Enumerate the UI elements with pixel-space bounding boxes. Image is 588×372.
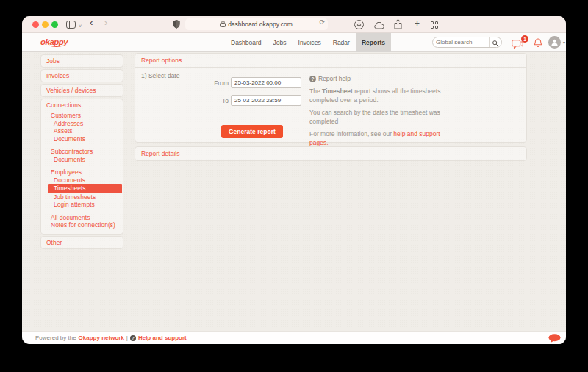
report-options-body: 1) Select date From To Generate report ?: [135, 67, 526, 142]
footer-powered-text: Powered by the: [35, 335, 76, 341]
sidebar-item-vehicles-devices[interactable]: Vehicles / devices: [40, 84, 123, 97]
help-p1-bold: Timesheet: [322, 87, 353, 95]
help-paragraph-2: You can search by the dates the timeshee…: [309, 109, 443, 126]
minimize-window-button[interactable]: [42, 21, 49, 28]
sidebar: Jobs Invoices Vehicles / devices Connect…: [40, 54, 123, 251]
tab-invoices[interactable]: Invoices: [293, 33, 327, 52]
messages-icon[interactable]: 1: [512, 38, 523, 51]
global-search: [432, 37, 502, 48]
help-p1-pre: The: [309, 87, 322, 95]
from-date-input[interactable]: [231, 77, 301, 88]
help-circle-icon: ?: [130, 335, 136, 341]
sidebar-item-addresses[interactable]: Addresses: [46, 120, 123, 128]
sidebar-toggle-icon[interactable]: [66, 21, 76, 32]
sidebar-item-other[interactable]: Other: [40, 236, 123, 249]
sidebar-item-assets[interactable]: Assets: [46, 127, 123, 135]
report-options-title: Report options: [135, 54, 526, 67]
app-footer: Powered by the Okappy network | ? Help a…: [22, 331, 566, 344]
sidebar-item-invoices[interactable]: Invoices: [40, 69, 123, 82]
main-nav: Dashboard Jobs Invoices Radar Reports: [225, 33, 391, 52]
sidebar-item-customers-documents[interactable]: Documents: [46, 135, 123, 143]
tab-reports[interactable]: Reports: [356, 33, 391, 52]
chevron-down-icon[interactable]: ˅: [79, 21, 82, 32]
tab-overview-icon[interactable]: [431, 21, 438, 29]
help-and-support-link[interactable]: Help and support: [138, 335, 187, 341]
report-help-title: ? Report help: [309, 75, 443, 82]
person-icon: [551, 36, 559, 49]
app-header: okappy Dashboard Jobs Invoices Radar Rep…: [22, 33, 566, 52]
report-main: Report options 1) Select date From To Ge…: [135, 53, 527, 161]
generate-report-button[interactable]: Generate report: [221, 125, 283, 138]
address-bar[interactable]: dashboard.okappy.com ⟳: [185, 18, 328, 30]
back-icon[interactable]: ‹: [90, 17, 93, 28]
tab-radar[interactable]: Radar: [327, 33, 356, 52]
sidebar-item-employees-documents[interactable]: Documents: [46, 176, 123, 185]
share-icon[interactable]: [394, 19, 402, 32]
sidebar-item-login-attempts[interactable]: Login attempts: [46, 201, 123, 209]
search-input[interactable]: [433, 39, 489, 46]
sidebar-item-customers[interactable]: Customers: [46, 112, 123, 120]
messages-badge: 1: [521, 35, 528, 43]
search-icon: [492, 36, 498, 49]
sidebar-item-timesheets[interactable]: Timesheets: [48, 184, 122, 193]
browser-toolbar: ˅ ‹ › dashboard.okappy.com ⟳ +: [22, 16, 566, 33]
user-avatar[interactable]: [548, 36, 561, 49]
help-paragraph-1: The Timesheet report shows all the times…: [309, 87, 443, 104]
sidebar-item-employees[interactable]: Employees: [46, 168, 123, 176]
tab-jobs[interactable]: Jobs: [268, 33, 293, 52]
new-tab-icon[interactable]: +: [415, 18, 420, 29]
question-circle-icon: ?: [309, 76, 316, 82]
okappy-logo[interactable]: okappy: [40, 37, 68, 46]
url-text: dashboard.okappy.com: [228, 21, 293, 28]
help-p3-pre: For more information, see our: [309, 130, 393, 137]
reload-icon[interactable]: ⟳: [319, 18, 325, 26]
footer-separator: |: [126, 335, 128, 341]
report-help: ? Report help The Timesheet report shows…: [309, 75, 443, 151]
notifications-bell-icon[interactable]: [534, 37, 542, 51]
close-window-button[interactable]: [32, 21, 39, 28]
privacy-shield-icon[interactable]: [173, 20, 180, 32]
page-content: Jobs Invoices Vehicles / devices Connect…: [22, 52, 566, 331]
chat-widget-icon[interactable]: [548, 334, 561, 344]
to-date-input[interactable]: [231, 95, 301, 106]
to-date-row: To: [135, 95, 301, 106]
to-label: To: [135, 97, 231, 104]
report-help-label: Report help: [318, 75, 351, 82]
from-label: From: [135, 79, 231, 87]
help-paragraph-3: For more information, see our help and s…: [309, 130, 443, 147]
from-date-row: From: [135, 77, 301, 88]
sidebar-item-job-timesheets[interactable]: Job timesheets: [46, 193, 123, 201]
avatar-caret-icon[interactable]: ▾: [563, 40, 565, 45]
sidebar-item-subcontractors-documents[interactable]: Documents: [46, 156, 123, 164]
sidebar-item-jobs[interactable]: Jobs: [40, 54, 123, 68]
sidebar-group-connections: Connections Customers Addresses Assets D…: [40, 99, 123, 235]
sidebar-item-subcontractors[interactable]: Subcontractors: [46, 148, 123, 156]
download-icon[interactable]: [354, 20, 364, 32]
sidebar-item-all-documents[interactable]: All documents: [46, 214, 123, 222]
search-button[interactable]: [489, 37, 501, 47]
sidebar-item-notes-for-connections[interactable]: Notes for connection(s): [46, 221, 123, 229]
maximize-window-button[interactable]: [51, 21, 58, 28]
cloud-icon[interactable]: [373, 21, 384, 32]
sidebar-item-connections[interactable]: Connections: [46, 101, 123, 112]
okappy-network-link[interactable]: Okappy network: [79, 335, 124, 341]
browser-window: ˅ ‹ › dashboard.okappy.com ⟳ + okappy Da…: [22, 16, 566, 344]
report-options-panel: Report options 1) Select date From To Ge…: [135, 53, 527, 143]
lock-icon: [220, 21, 226, 29]
tab-dashboard[interactable]: Dashboard: [225, 33, 268, 52]
forward-icon[interactable]: ›: [104, 17, 107, 28]
